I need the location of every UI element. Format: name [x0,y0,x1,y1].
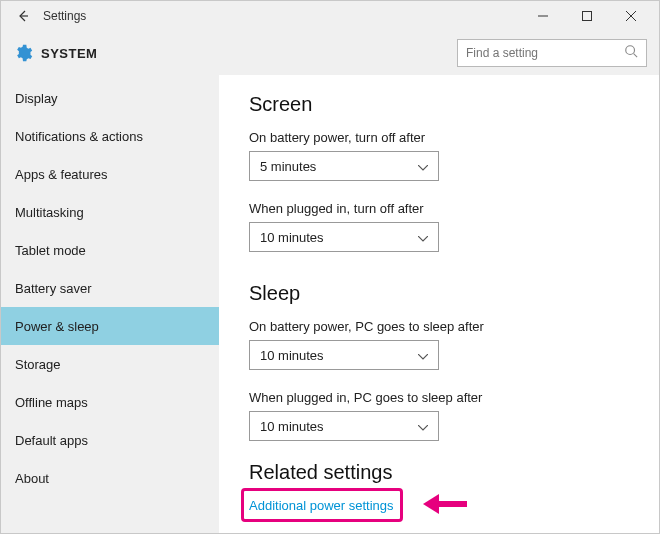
window-title: Settings [43,9,521,23]
dropdown-value: 5 minutes [260,159,316,174]
annotation-arrow-icon [423,492,467,520]
window-controls [521,1,653,31]
section-title: SYSTEM [41,46,97,61]
sidebar-item-label: Battery saver [15,281,92,296]
dropdown-value: 10 minutes [260,230,324,245]
sidebar-item-label: Storage [15,357,61,372]
screen-battery-dropdown[interactable]: 5 minutes [249,151,439,181]
search-input[interactable] [466,46,624,60]
chevron-down-icon [418,419,428,434]
gear-icon [13,43,33,63]
sidebar-item-label: Multitasking [15,205,84,220]
sidebar-item-label: Power & sleep [15,319,99,334]
sleep-plugged-label: When plugged in, PC goes to sleep after [249,390,659,405]
svg-point-4 [626,46,635,55]
sidebar-item-offline-maps[interactable]: Offline maps [1,383,219,421]
sleep-plugged-dropdown[interactable]: 10 minutes [249,411,439,441]
sleep-heading: Sleep [249,282,659,305]
sidebar-item-default-apps[interactable]: Default apps [1,421,219,459]
related-heading: Related settings [249,461,659,484]
sidebar: Display Notifications & actions Apps & f… [1,75,219,533]
sidebar-item-label: Offline maps [15,395,88,410]
titlebar: Settings [1,1,659,31]
search-box[interactable] [457,39,647,67]
dropdown-value: 10 minutes [260,348,324,363]
sidebar-item-notifications[interactable]: Notifications & actions [1,117,219,155]
header: SYSTEM [1,31,659,75]
sleep-battery-dropdown[interactable]: 10 minutes [249,340,439,370]
sidebar-item-display[interactable]: Display [1,79,219,117]
sidebar-item-tablet-mode[interactable]: Tablet mode [1,231,219,269]
screen-plugged-dropdown[interactable]: 10 minutes [249,222,439,252]
sidebar-item-storage[interactable]: Storage [1,345,219,383]
sleep-battery-label: On battery power, PC goes to sleep after [249,319,659,334]
content-area: Screen On battery power, turn off after … [219,75,659,533]
minimize-button[interactable] [521,1,565,31]
screen-heading: Screen [249,93,659,116]
sidebar-item-label: About [15,471,49,486]
additional-power-settings-link[interactable]: Additional power settings [249,498,394,513]
search-icon [624,44,638,62]
svg-line-5 [634,54,638,58]
sidebar-item-label: Default apps [15,433,88,448]
sidebar-item-battery-saver[interactable]: Battery saver [1,269,219,307]
sidebar-item-label: Notifications & actions [15,129,143,144]
chevron-down-icon [418,159,428,174]
chevron-down-icon [418,230,428,245]
sidebar-item-apps[interactable]: Apps & features [1,155,219,193]
sidebar-item-label: Display [15,91,58,106]
sidebar-item-label: Apps & features [15,167,108,182]
back-button[interactable] [11,4,35,28]
chevron-down-icon [418,348,428,363]
sidebar-item-label: Tablet mode [15,243,86,258]
screen-battery-label: On battery power, turn off after [249,130,659,145]
maximize-button[interactable] [565,1,609,31]
svg-rect-1 [583,12,592,21]
sidebar-item-about[interactable]: About [1,459,219,497]
close-button[interactable] [609,1,653,31]
sidebar-item-power-sleep[interactable]: Power & sleep [1,307,219,345]
dropdown-value: 10 minutes [260,419,324,434]
sidebar-item-multitasking[interactable]: Multitasking [1,193,219,231]
screen-plugged-label: When plugged in, turn off after [249,201,659,216]
